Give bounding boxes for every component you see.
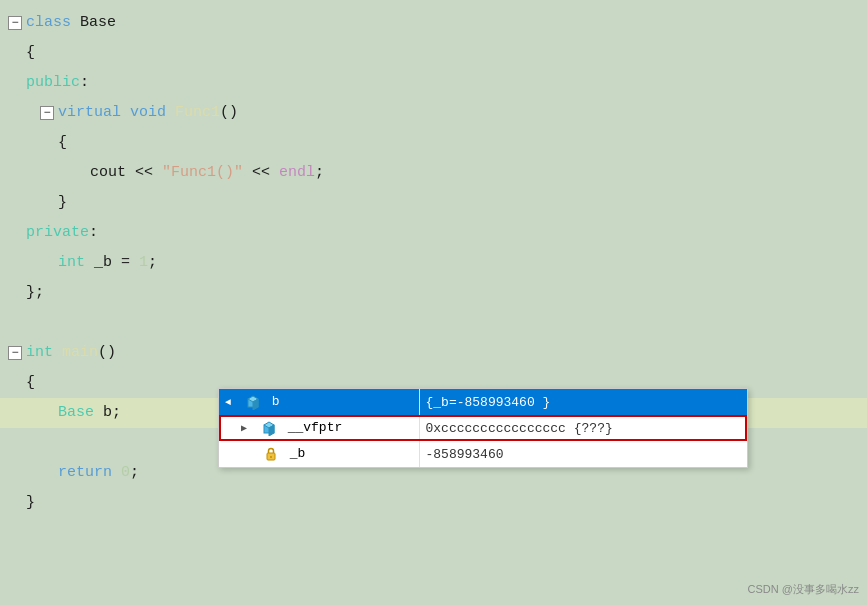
code-line-8: private:	[0, 218, 867, 248]
code-line-4: − virtual void Func1()	[0, 98, 867, 128]
watch-varname-vfptr: __vfptr	[288, 420, 343, 435]
kw-private: private	[26, 218, 89, 248]
watermark: CSDN @没事多喝水zz	[748, 582, 859, 597]
code-panel: − class Base { public: − virtual void Fu…	[0, 0, 867, 605]
collapse-icon-1[interactable]: −	[8, 16, 22, 30]
kw-class: class	[26, 8, 71, 38]
watch-name-vfptr: ▶ __vfptr	[219, 415, 419, 441]
fn-func1: Func1	[175, 98, 220, 128]
expand-arrow-vfptr[interactable]: ▶	[241, 422, 253, 434]
watch-name-b: ◄ b	[219, 389, 419, 415]
code-line-7: }	[0, 188, 867, 218]
code-line-2: {	[0, 38, 867, 68]
code-line-6: cout << "Func1()" << endl;	[0, 158, 867, 188]
cube-icon-b	[245, 394, 261, 410]
kw-endl: endl	[279, 158, 315, 188]
expand-arrow-b[interactable]: ◄	[225, 397, 237, 408]
code-line-3: public:	[0, 68, 867, 98]
kw-int-main: int	[26, 338, 53, 368]
watch-row-_b[interactable]: _b -858993460	[219, 441, 747, 467]
watch-value-vfptr: 0xcccccccccccccccc {???}	[419, 415, 747, 441]
kw-int: int	[58, 248, 85, 278]
class-name: Base	[80, 8, 116, 38]
var-b: b;	[103, 398, 121, 428]
kw-void: void	[130, 98, 166, 128]
fn-main: main	[62, 338, 98, 368]
watch-table: ◄ b {_b=-858993460 }	[219, 389, 747, 467]
code-line-9: int _b = 1;	[0, 248, 867, 278]
svg-point-7	[270, 456, 272, 458]
collapse-icon-12[interactable]: −	[8, 346, 22, 360]
watch-row-vfptr[interactable]: ▶ __vfptr 0xcccccccccccccccc {???}	[219, 415, 747, 441]
num-0: 0	[121, 458, 130, 488]
watch-value-b: {_b=-858993460 }	[419, 389, 747, 415]
collapse-icon-4[interactable]: −	[40, 106, 54, 120]
code-line-17: }	[0, 488, 867, 518]
kw-public: public	[26, 68, 80, 98]
watch-row-b[interactable]: ◄ b {_b=-858993460 }	[219, 389, 747, 415]
lock-icon-_b	[263, 446, 279, 462]
main-container: − class Base { public: − virtual void Fu…	[0, 0, 867, 605]
cube-icon-vfptr	[261, 420, 277, 436]
code-line-12: − int main()	[0, 338, 867, 368]
kw-virtual: virtual	[58, 98, 121, 128]
num-1: 1	[139, 248, 148, 278]
code-line-11	[0, 308, 867, 338]
watch-name-_b: _b	[219, 441, 419, 467]
watch-varname-b: b	[272, 394, 280, 409]
code-line-10: };	[0, 278, 867, 308]
watch-value-_b: -858993460	[419, 441, 747, 467]
str-func1: "Func1()"	[162, 158, 243, 188]
watch-popup: ◄ b {_b=-858993460 }	[218, 388, 748, 468]
code-line-1: − class Base	[0, 8, 867, 38]
kw-return: return	[58, 458, 112, 488]
type-base: Base	[58, 398, 94, 428]
code-line-5: {	[0, 128, 867, 158]
watch-varname-_b: _b	[290, 446, 306, 461]
